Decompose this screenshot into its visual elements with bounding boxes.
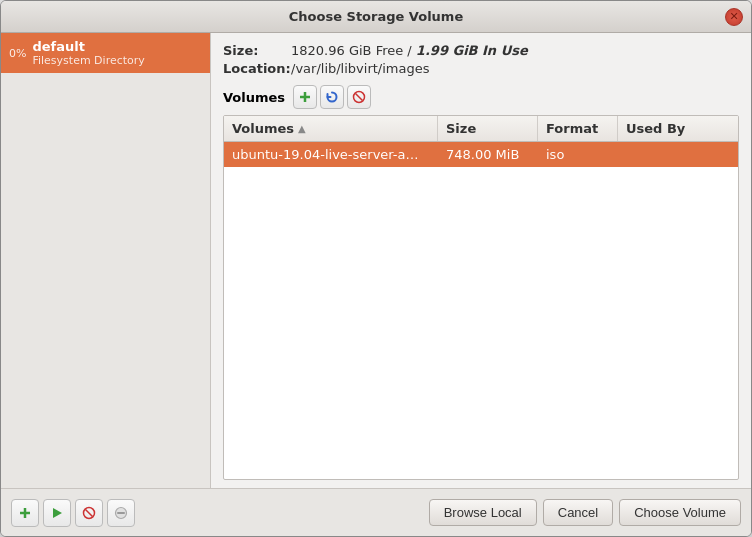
bottom-right-buttons: Browse Local Cancel Choose Volume bbox=[429, 499, 741, 526]
svg-line-8 bbox=[86, 509, 93, 516]
refresh-button[interactable] bbox=[320, 85, 344, 109]
sidebar-item-percent: 0% bbox=[9, 47, 26, 60]
add-volume-button[interactable] bbox=[293, 85, 317, 109]
volumes-label: Volumes bbox=[223, 90, 285, 105]
bottom-delete-button[interactable] bbox=[75, 499, 103, 527]
col-size[interactable]: Size bbox=[438, 116, 538, 141]
volumes-table: Volumes ▲ Size Format Used By ubuntu-19.… bbox=[223, 115, 739, 480]
cell-size: 748.00 MiB bbox=[438, 142, 538, 167]
window-title: Choose Storage Volume bbox=[289, 9, 463, 24]
col-name[interactable]: Volumes ▲ bbox=[224, 116, 438, 141]
volumes-header: Volumes bbox=[223, 85, 739, 109]
table-row[interactable]: ubuntu-19.04-live-server-amd64.iso 748.0… bbox=[224, 142, 738, 167]
sidebar-item-default[interactable]: 0% default Filesystem Directory bbox=[1, 33, 210, 73]
bottom-play-button[interactable] bbox=[43, 499, 71, 527]
col-usedby[interactable]: Used By bbox=[618, 116, 738, 141]
refresh-icon bbox=[325, 90, 339, 104]
plus-icon bbox=[298, 90, 312, 104]
titlebar: Choose Storage Volume ✕ bbox=[1, 1, 751, 33]
size-row: Size: 1820.96 GiB Free / 1.99 GiB In Use bbox=[223, 43, 739, 58]
size-value: 1820.96 GiB Free / 1.99 GiB In Use bbox=[291, 43, 528, 58]
svg-marker-6 bbox=[53, 508, 62, 518]
bottom-play-icon bbox=[51, 507, 63, 519]
bottom-left-buttons bbox=[11, 499, 135, 527]
location-label: Location: bbox=[223, 61, 291, 76]
browse-local-button[interactable]: Browse Local bbox=[429, 499, 537, 526]
cell-format: iso bbox=[538, 142, 618, 167]
content-area: 0% default Filesystem Directory Size: 18… bbox=[1, 33, 751, 488]
bottom-bar: Browse Local Cancel Choose Volume bbox=[1, 488, 751, 536]
main-panel: Size: 1820.96 GiB Free / 1.99 GiB In Use… bbox=[211, 33, 751, 488]
bottom-delete-icon bbox=[82, 506, 96, 520]
sidebar: 0% default Filesystem Directory bbox=[1, 33, 211, 488]
size-free: 1820.96 GiB Free / bbox=[291, 43, 416, 58]
cancel-button[interactable]: Cancel bbox=[543, 499, 613, 526]
location-value: /var/lib/libvirt/images bbox=[291, 61, 430, 76]
sidebar-item-name: default bbox=[32, 39, 144, 54]
bottom-plus-icon bbox=[18, 506, 32, 520]
bottom-stop-icon bbox=[114, 506, 128, 520]
col-format[interactable]: Format bbox=[538, 116, 618, 141]
size-inuse: 1.99 GiB In Use bbox=[416, 43, 528, 58]
stop-icon bbox=[352, 90, 366, 104]
choose-volume-button[interactable]: Choose Volume bbox=[619, 499, 741, 526]
bottom-add-button[interactable] bbox=[11, 499, 39, 527]
sidebar-item-type: Filesystem Directory bbox=[32, 54, 144, 67]
main-window: Choose Storage Volume ✕ 0% default Files… bbox=[0, 0, 752, 537]
sidebar-item-info: default Filesystem Directory bbox=[32, 39, 144, 67]
location-row: Location: /var/lib/libvirt/images bbox=[223, 61, 739, 76]
delete-volume-button[interactable] bbox=[347, 85, 371, 109]
sort-arrow-icon: ▲ bbox=[298, 123, 306, 134]
close-button[interactable]: ✕ bbox=[725, 8, 743, 26]
table-header: Volumes ▲ Size Format Used By bbox=[224, 116, 738, 142]
svg-line-3 bbox=[356, 94, 363, 101]
size-label: Size: bbox=[223, 43, 291, 58]
bottom-stop-button[interactable] bbox=[107, 499, 135, 527]
cell-name: ubuntu-19.04-live-server-amd64.iso bbox=[224, 142, 438, 167]
cell-usedby bbox=[618, 142, 738, 167]
